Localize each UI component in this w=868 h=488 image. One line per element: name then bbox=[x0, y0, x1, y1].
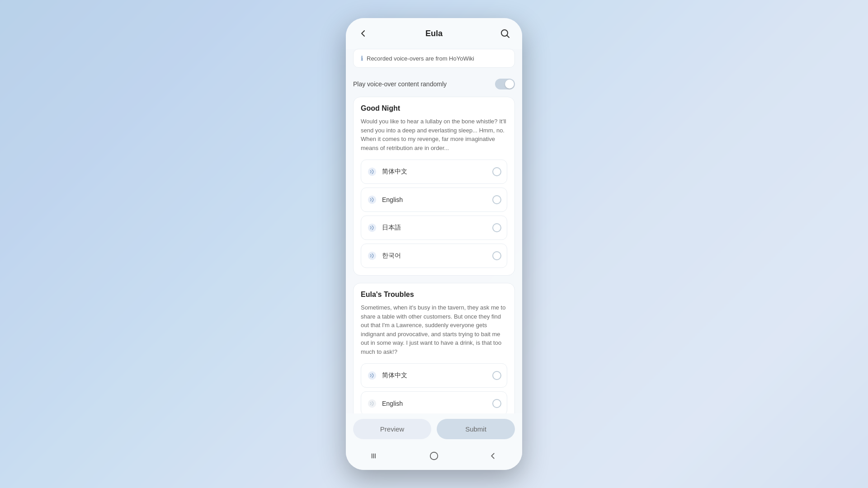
section-eulas-troubles: Eula's Troubles Sometimes, when it's bus… bbox=[353, 283, 515, 413]
search-button[interactable] bbox=[497, 25, 513, 42]
svg-rect-7 bbox=[372, 454, 373, 459]
language-option-ja[interactable]: 日本語 bbox=[361, 216, 507, 240]
bottom-buttons: Preview Submit bbox=[346, 413, 522, 445]
audio-icon bbox=[367, 166, 377, 177]
audio-icon bbox=[367, 194, 377, 205]
submit-button[interactable]: Submit bbox=[437, 419, 515, 439]
radio-zh-cn-2[interactable] bbox=[492, 371, 501, 380]
section-good-night: Good Night Would you like to hear a lull… bbox=[353, 97, 515, 276]
audio-icon bbox=[367, 250, 377, 261]
svg-rect-8 bbox=[373, 454, 374, 459]
section-title-good-night: Good Night bbox=[361, 104, 507, 113]
bottom-nav bbox=[346, 445, 522, 470]
section-desc-good-night: Would you like to hear a lullaby on the … bbox=[361, 117, 507, 152]
radio-ko[interactable] bbox=[492, 251, 501, 260]
svg-point-5 bbox=[368, 371, 376, 380]
language-option-zh-cn-2[interactable]: 简体中文 bbox=[361, 363, 507, 388]
language-option-en-2[interactable]: English bbox=[361, 391, 507, 413]
svg-point-1 bbox=[368, 168, 376, 176]
language-name: 简体中文 bbox=[382, 168, 407, 176]
svg-point-2 bbox=[368, 196, 376, 204]
language-option-en[interactable]: English bbox=[361, 188, 507, 212]
header: Eula bbox=[346, 18, 522, 49]
svg-rect-9 bbox=[375, 454, 376, 459]
preview-button[interactable]: Preview bbox=[353, 419, 431, 439]
content-area: ℹ Recorded voice-overs are from HoYoWiki… bbox=[346, 49, 522, 413]
back-button[interactable] bbox=[355, 25, 371, 42]
radio-zh-cn[interactable] bbox=[492, 167, 501, 176]
language-name: 한국어 bbox=[382, 252, 401, 260]
info-icon: ℹ bbox=[361, 55, 363, 62]
toggle-knob bbox=[505, 80, 514, 89]
language-name: 日本語 bbox=[382, 224, 401, 232]
language-option-zh-cn[interactable]: 简体中文 bbox=[361, 160, 507, 184]
language-name: English bbox=[382, 400, 403, 407]
audio-icon-loading bbox=[367, 398, 377, 409]
svg-point-3 bbox=[368, 224, 376, 232]
language-name: 简体中文 bbox=[382, 371, 407, 380]
info-banner: ℹ Recorded voice-overs are from HoYoWiki bbox=[353, 49, 515, 68]
svg-point-4 bbox=[368, 252, 376, 260]
back-nav-icon[interactable] bbox=[484, 449, 502, 463]
radio-en-2[interactable] bbox=[492, 399, 501, 408]
language-name: English bbox=[382, 196, 403, 203]
section-desc-eulas-troubles: Sometimes, when it's busy in the tavern,… bbox=[361, 303, 507, 356]
audio-icon bbox=[367, 370, 377, 381]
toggle-label: Play voice-over content randomly bbox=[353, 80, 447, 88]
radio-en[interactable] bbox=[492, 195, 501, 204]
toggle-row: Play voice-over content randomly bbox=[353, 75, 515, 97]
info-text: Recorded voice-overs are from HoYoWiki bbox=[367, 55, 474, 62]
page-title: Eula bbox=[425, 29, 443, 38]
svg-point-6 bbox=[368, 399, 376, 408]
menu-nav-icon[interactable] bbox=[366, 449, 384, 463]
svg-point-10 bbox=[430, 452, 438, 460]
phone-container: Eula ℹ Recorded voice-overs are from HoY… bbox=[346, 18, 522, 470]
audio-icon bbox=[367, 222, 377, 233]
radio-ja[interactable] bbox=[492, 223, 501, 232]
language-option-ko[interactable]: 한국어 bbox=[361, 244, 507, 268]
section-title-eulas-troubles: Eula's Troubles bbox=[361, 291, 507, 299]
random-play-toggle[interactable] bbox=[495, 79, 515, 89]
home-nav-icon[interactable] bbox=[425, 449, 443, 463]
